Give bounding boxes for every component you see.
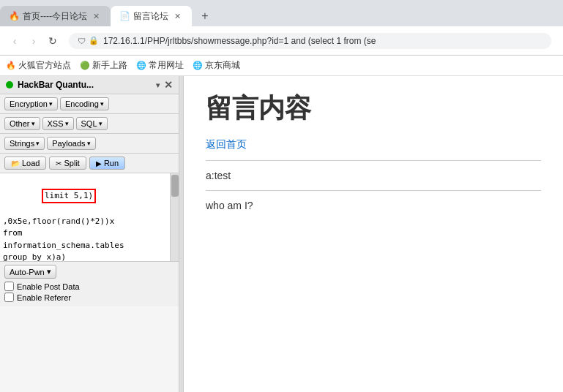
bookmark-firefox-label: 火狐官方站点 xyxy=(18,59,71,72)
encryption-arrow-icon: ▾ xyxy=(49,100,53,108)
hackbar-toolbar-row3: Strings ▾ Payloads ▾ xyxy=(0,134,179,154)
other-label: Other xyxy=(10,119,30,128)
xss-button[interactable]: XSS ▾ xyxy=(42,117,74,130)
split-button[interactable]: ✂ Split xyxy=(49,157,86,170)
highlighted-line: limit 5,1) xyxy=(42,189,96,204)
bookmark-jd[interactable]: 🌐 京东商城 xyxy=(193,59,240,72)
bookmark-jd-label: 京东商城 xyxy=(205,59,240,72)
other-button[interactable]: Other ▾ xyxy=(4,117,40,130)
run-icon: ▶ xyxy=(96,159,102,167)
run-button[interactable]: ▶ Run xyxy=(89,157,125,170)
return-home-link[interactable]: 返回首页 xyxy=(206,138,247,150)
sql-button[interactable]: SQL ▾ xyxy=(76,117,108,130)
shield-icon: 🛡 xyxy=(78,37,86,45)
auto-pwn-button[interactable]: Auto-Pwn ▾ xyxy=(4,265,56,279)
payloads-label: Payloads xyxy=(52,139,85,148)
bookmark-common-icon: 🌐 xyxy=(136,61,146,70)
bookmark-jd-icon: 🌐 xyxy=(193,61,203,70)
other-arrow-icon: ▾ xyxy=(31,120,35,127)
encryption-label: Encryption xyxy=(10,99,48,108)
split-icon: ✂ xyxy=(56,159,61,167)
forward-button[interactable]: › xyxy=(25,32,42,50)
tab-2-favicon: 📄 xyxy=(119,11,130,21)
bookmark-newuser[interactable]: 🟢 新手上路 xyxy=(80,59,127,72)
scrollbar-thumb xyxy=(171,175,179,197)
hackbar-textarea-wrapper: limit 5,1) ,0x5e,floor(rand()*2))x from … xyxy=(0,173,179,261)
load-icon: 📂 xyxy=(11,159,20,167)
page-entry-2: who am I? xyxy=(206,200,541,211)
run-label: Run xyxy=(104,159,119,167)
strings-button[interactable]: Strings ▾ xyxy=(4,137,45,150)
bookmarks-bar: 🔥 火狐官方站点 🟢 新手上路 🌐 常用网址 🌐 京东商城 xyxy=(0,56,563,76)
tab-1-favicon: 🔥 xyxy=(9,11,19,21)
page-title: 留言内容 xyxy=(206,91,541,127)
payloads-button[interactable]: Payloads ▾ xyxy=(47,137,95,150)
xss-arrow-icon: ▾ xyxy=(65,120,69,127)
tab-2-close[interactable]: ✕ xyxy=(173,11,183,21)
encoding-label: Encoding xyxy=(65,99,99,108)
sql-arrow-icon: ▾ xyxy=(99,120,102,127)
hackbar-panel: HackBar Quantu... ▾ ✕ Encryption ▾ Encod… xyxy=(0,76,179,392)
page-content: 留言内容 返回首页 a:test who am I? xyxy=(184,76,563,392)
encoding-arrow-icon: ▾ xyxy=(100,100,104,108)
tab-1[interactable]: 🔥 首页----今日论坛 ✕ xyxy=(0,6,111,26)
enable-post-data-label: Enable Post Data xyxy=(17,282,80,291)
back-button[interactable]: ‹ xyxy=(6,32,23,50)
new-tab-button[interactable]: + xyxy=(195,6,215,26)
hackbar-toolbar-row2: Other ▾ XSS ▾ SQL ▾ xyxy=(0,114,179,134)
hackbar-bottom: Auto-Pwn ▾ Enable Post Data Enable Refer… xyxy=(0,261,179,306)
enable-referer-row: Enable Referer xyxy=(4,293,174,302)
hackbar-code-display: limit 5,1) ,0x5e,floor(rand()*2))x from … xyxy=(0,173,170,261)
auto-pwn-arrow-icon: ▾ xyxy=(47,267,51,276)
divider-2 xyxy=(206,190,541,191)
bookmark-firefox-icon: 🔥 xyxy=(6,61,16,70)
enable-post-data-row: Enable Post Data xyxy=(4,282,174,291)
load-label: Load xyxy=(22,159,40,167)
bookmark-newuser-label: 新手上路 xyxy=(92,59,127,72)
tab-bar: 🔥 首页----今日论坛 ✕ 📄 留言论坛 ✕ + xyxy=(0,0,563,26)
strings-arrow-icon: ▾ xyxy=(36,140,40,147)
load-button[interactable]: 📂 Load xyxy=(4,157,46,170)
lock-icon: 🔒 xyxy=(89,36,99,45)
tab-1-close[interactable]: ✕ xyxy=(92,11,102,21)
divider-1 xyxy=(206,160,541,161)
bookmark-common[interactable]: 🌐 常用网址 xyxy=(136,59,184,72)
textarea-scrollbar[interactable] xyxy=(170,173,179,261)
xss-label: XSS xyxy=(48,119,64,128)
main-area: HackBar Quantu... ▾ ✕ Encryption ▾ Encod… xyxy=(0,76,563,392)
tab-2-title: 留言论坛 xyxy=(133,10,168,23)
hackbar-expand-icon[interactable]: ▾ xyxy=(156,81,160,89)
hackbar-actions: 📂 Load ✂ Split ▶ Run xyxy=(0,154,179,173)
refresh-button[interactable]: ↻ xyxy=(44,32,61,50)
payloads-arrow-icon: ▾ xyxy=(87,140,91,147)
tab-1-title: 首页----今日论坛 xyxy=(23,10,87,23)
browser-chrome: 🔥 首页----今日论坛 ✕ 📄 留言论坛 ✕ + ‹ › ↻ 🛡 🔒 172.… xyxy=(0,0,563,76)
address-text: 172.16.1.1/PHP/jrltbbs/showmessage.php?i… xyxy=(103,36,376,46)
bookmark-newuser-icon: 🟢 xyxy=(80,61,90,70)
enable-referer-label: Enable Referer xyxy=(17,293,71,302)
page-entry-1: a:test xyxy=(206,170,541,181)
hackbar-status-dot xyxy=(6,81,13,88)
encryption-button[interactable]: Encryption ▾ xyxy=(4,97,58,110)
strings-label: Strings xyxy=(10,139,34,148)
bookmark-firefox[interactable]: 🔥 火狐官方站点 xyxy=(6,59,71,72)
encoding-button[interactable]: Encoding ▾ xyxy=(60,97,109,110)
bookmark-common-label: 常用网址 xyxy=(149,59,184,72)
hackbar-close-button[interactable]: ✕ xyxy=(164,79,173,91)
nav-bar: ‹ › ↻ 🛡 🔒 172.16.1.1/PHP/jrltbbs/showmes… xyxy=(0,26,563,56)
split-label: Split xyxy=(64,159,79,167)
hackbar-header: HackBar Quantu... ▾ ✕ xyxy=(0,76,179,94)
hackbar-title: HackBar Quantu... xyxy=(18,80,153,90)
auto-pwn-label: Auto-Pwn xyxy=(10,268,45,276)
sql-label: SQL xyxy=(81,119,97,128)
enable-referer-checkbox[interactable] xyxy=(4,293,14,302)
tab-2[interactable]: 📄 留言论坛 ✕ xyxy=(111,6,192,26)
address-bar[interactable]: 🛡 🔒 172.16.1.1/PHP/jrltbbs/showmessage.p… xyxy=(69,33,551,49)
hackbar-toolbar-row1: Encryption ▾ Encoding ▾ xyxy=(0,94,179,114)
enable-post-data-checkbox[interactable] xyxy=(4,282,14,291)
